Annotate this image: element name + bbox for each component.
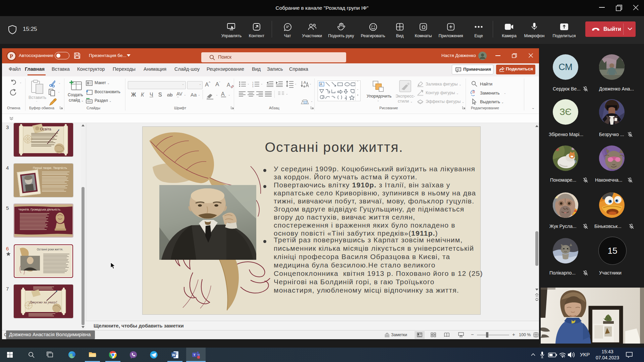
svg-text:Чернігів. Громадська діяльніст: Чернігів. Громадська діяльність. <box>18 208 61 211</box>
svg-text:Освіта: Освіта <box>40 127 51 131</box>
svg-text:А: А <box>320 82 322 86</box>
svg-text:Останні роки життя.: Останні роки життя. <box>37 248 63 251</box>
svg-text:T: T <box>194 353 196 357</box>
svg-text:3: 3 <box>252 85 254 87</box>
svg-text:W: W <box>172 353 175 357</box>
svg-text:А: А <box>227 82 230 88</box>
svg-text:А: А <box>304 80 306 84</box>
svg-text:P: P <box>10 53 13 59</box>
svg-text:Перші твори. Творчість: Перші твори. Творчість <box>33 166 67 170</box>
svg-text:Дякуємо за увагу!: Дякуємо за увагу! <box>29 300 57 304</box>
